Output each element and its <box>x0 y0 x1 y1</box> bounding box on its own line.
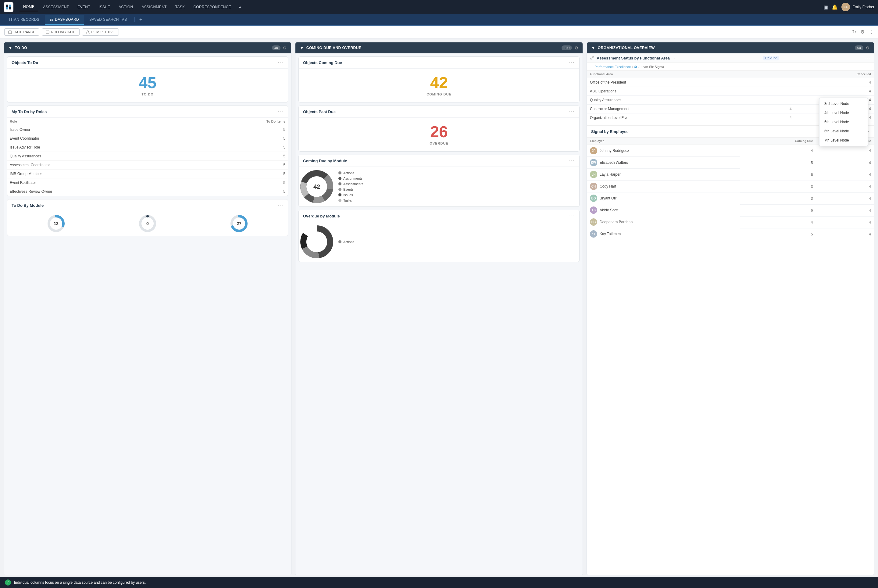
dropdown-item-3rd[interactable]: 3rd Level Node <box>820 99 868 108</box>
org-count-header <box>763 71 794 78</box>
todo-big-number: 45 TO DO <box>7 69 288 102</box>
org-gear-icon[interactable]: ⚙ <box>866 45 870 50</box>
coming-due-card: Objects Coming Due ··· 42 COMING DUE <box>298 56 580 102</box>
settings-icon[interactable]: ⚙ <box>860 29 865 35</box>
overdue-donut-chart <box>300 225 334 259</box>
nav-correspondence[interactable]: CORRESPONDENCE <box>190 3 235 11</box>
roles-menu[interactable]: ··· <box>278 109 283 114</box>
date-range-button[interactable]: DATE RANGE <box>4 28 39 36</box>
donut-center-value: 42 <box>313 183 320 190</box>
nav-issue[interactable]: ISSUE <box>95 3 114 11</box>
coming-due-menu[interactable]: ··· <box>569 60 575 65</box>
mini-donuts: 12 0 27 <box>7 212 288 236</box>
org-chevron[interactable]: ▼ <box>591 45 595 50</box>
table-row: Quality Assurances5 <box>7 152 288 161</box>
nav-assessment[interactable]: ASSESSMENT <box>39 3 73 11</box>
calendar-icon <box>8 30 12 34</box>
module-title: To Do By Module <box>12 203 43 208</box>
past-due-header: Objects Past Due ··· <box>299 106 579 118</box>
org-cancelled-header: Cancelled <box>795 71 874 78</box>
legend-item: Assignments <box>339 177 363 180</box>
svg-rect-3 <box>9 8 11 9</box>
tab-add-button[interactable]: + <box>137 16 145 23</box>
coming-due-chevron[interactable]: ▼ <box>300 45 304 50</box>
filter-bar: DATE RANGE ROLLING DATE PERSPECTIVE ↻ ⚙ … <box>0 26 878 38</box>
todo-items-col-header: To Do Items <box>194 118 288 125</box>
nav-action[interactable]: ACTION <box>115 3 136 11</box>
assess-status-menu[interactable]: ··· <box>865 55 871 61</box>
dropdown-item-4th[interactable]: 4th Level Node <box>820 108 868 117</box>
roles-table-wrap: Role To Do Items Issue Owner5Event Coord… <box>7 118 288 196</box>
nav-event[interactable]: EVENT <box>74 3 94 11</box>
todo-gear-icon[interactable]: ⚙ <box>283 45 287 50</box>
roles-card: My To Do by Roles ··· Role To Do Items I… <box>7 105 288 196</box>
roles-header: My To Do by Roles ··· <box>7 106 288 118</box>
back-arrow-icon[interactable]: ← <box>590 65 593 69</box>
module-header: To Do By Module ··· <box>7 200 288 212</box>
rolling-date-button[interactable]: ROLLING DATE <box>42 28 79 36</box>
coming-module-menu[interactable]: ··· <box>569 158 575 164</box>
app-logo[interactable] <box>4 2 13 12</box>
org-area-header: Functional Area <box>587 71 763 78</box>
bell-icon[interactable]: 🔔 <box>832 4 838 10</box>
signal-table: Employee Coming Due Overdue JR Johnny Ro… <box>587 138 874 240</box>
tab-saved-search[interactable]: SAVED SEARCH TAB <box>84 15 132 25</box>
past-due-menu[interactable]: ··· <box>569 109 575 114</box>
nav-assignment[interactable]: ASSIGNMENT <box>138 3 170 11</box>
roles-title: My To Do by Roles <box>12 110 46 114</box>
todo-chevron[interactable]: ▼ <box>8 45 12 50</box>
past-number-value: 26 <box>302 124 576 140</box>
avatar: JR <box>590 147 597 154</box>
coming-due-title: COMING DUE AND OVERDUE <box>306 46 559 50</box>
avatar: AS <box>590 207 597 214</box>
tab-titan-records[interactable]: TITAN RECORDS <box>4 15 44 25</box>
coming-due-column: ▼ COMING DUE AND OVERDUE 100 ⚙ Objects C… <box>295 42 583 575</box>
overdue-module-menu[interactable]: ··· <box>569 213 575 219</box>
breadcrumb-sep1: / <box>632 65 633 69</box>
coming-module-title: Coming Due by Module <box>303 159 347 163</box>
svg-rect-1 <box>9 4 11 7</box>
dropdown-item-6th[interactable]: 6th Level Node <box>820 127 868 136</box>
objects-todo-card: Objects To Do ··· 45 TO DO <box>7 56 288 102</box>
table-row: JR Johnny Rodriguez 4 4 <box>587 145 874 157</box>
objects-todo-menu[interactable]: ··· <box>278 60 283 65</box>
legend-item: Actions <box>339 171 363 175</box>
search-icon[interactable]: ▣ <box>823 4 828 10</box>
nav-more-icon[interactable]: » <box>236 3 244 12</box>
breadcrumb-sep2: / <box>638 65 639 69</box>
overdue-donut-section: Actions <box>299 222 579 262</box>
roles-table: Role To Do Items Issue Owner5Event Coord… <box>7 118 288 196</box>
nav-home[interactable]: HOME <box>19 3 38 11</box>
overdue-module-header: Overdue by Module ··· <box>299 210 579 222</box>
role-col-header: Role <box>7 118 194 125</box>
coming-due-badge: 100 <box>562 45 572 50</box>
avatar: EW <box>590 159 597 166</box>
overdue-legend: Actions <box>339 240 354 244</box>
table-row: Office of the President4 <box>587 78 874 87</box>
coming-due-gear-icon[interactable]: ⚙ <box>574 45 578 50</box>
level-dropdown: 3rd Level Node 4th Level Node 5th Level … <box>819 98 868 146</box>
perspective-button[interactable]: PERSPECTIVE <box>82 28 119 36</box>
coming-number-value: 42 <box>302 75 576 91</box>
table-row: LH Layla Harper 6 4 <box>587 169 874 180</box>
more-icon[interactable]: ⋮ <box>869 29 874 35</box>
refresh-icon[interactable]: ↻ <box>852 29 856 35</box>
mini-donut-chart: 0 <box>138 214 157 233</box>
dashboard-icon: ☷ <box>50 17 53 22</box>
module-menu[interactable]: ··· <box>278 202 283 208</box>
legend-item: Events <box>339 188 363 191</box>
coming-number-label: COMING DUE <box>302 92 576 96</box>
coming-donut-section: 42 ActionsAssignmentsAssessmentsEventsIs… <box>299 167 579 207</box>
nav-task[interactable]: TASK <box>172 3 189 11</box>
breadcrumb-perf[interactable]: Performance Excellence <box>595 65 631 69</box>
coming-due-card-title: Objects Coming Due <box>303 60 342 65</box>
table-row: DB Deependra Bardhan 4 4 <box>587 216 874 228</box>
past-big-number: 26 OVERDUE <box>299 118 579 151</box>
table-row: BO Bryant Orr 3 4 <box>587 192 874 204</box>
dropdown-item-7th[interactable]: 7th Level Node <box>820 136 868 145</box>
dropdown-item-5th[interactable]: 5th Level Node <box>820 117 868 127</box>
user-menu[interactable]: EF Emily Fischer <box>841 3 874 11</box>
tab-dashboard[interactable]: ☷ DASHBOARD <box>45 15 84 25</box>
avatar: CH <box>590 183 597 190</box>
coming-big-number: 42 COMING DUE <box>299 69 579 102</box>
